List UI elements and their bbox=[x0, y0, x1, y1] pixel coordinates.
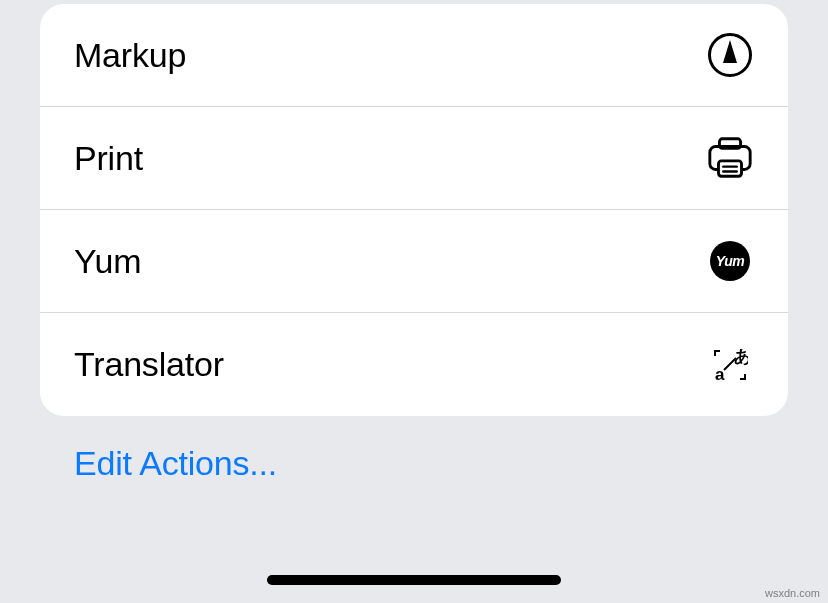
yum-badge: Yum bbox=[710, 241, 750, 281]
action-translator[interactable]: Translator あ a bbox=[40, 313, 788, 416]
action-translator-label: Translator bbox=[74, 345, 224, 384]
markup-icon bbox=[706, 31, 754, 79]
action-markup-label: Markup bbox=[74, 36, 186, 75]
translator-icon: あ a bbox=[706, 341, 754, 389]
action-print-label: Print bbox=[74, 139, 143, 178]
edit-actions-link[interactable]: Edit Actions... bbox=[74, 444, 277, 483]
action-markup[interactable]: Markup bbox=[40, 4, 788, 107]
action-yum[interactable]: Yum Yum bbox=[40, 210, 788, 313]
print-icon bbox=[706, 134, 754, 182]
watermark-text: wsxdn.com bbox=[765, 587, 820, 599]
svg-rect-3 bbox=[718, 161, 741, 176]
home-indicator[interactable] bbox=[267, 575, 561, 585]
action-yum-label: Yum bbox=[74, 242, 141, 281]
action-print[interactable]: Print bbox=[40, 107, 788, 210]
actions-card: Markup Print Yum Yum Translator bbox=[40, 4, 788, 416]
svg-text:あ: あ bbox=[734, 348, 748, 366]
svg-text:a: a bbox=[715, 365, 725, 382]
yum-icon: Yum bbox=[706, 237, 754, 285]
